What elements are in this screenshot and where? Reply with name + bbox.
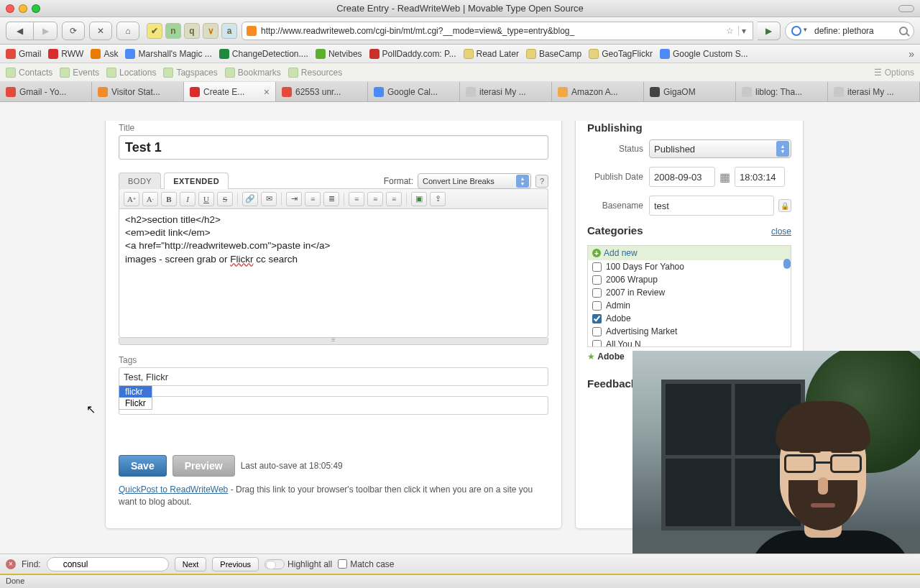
align-right-button[interactable]: ≡ — [386, 192, 402, 206]
tab-google-cal[interactable]: Google Cal... — [368, 82, 460, 101]
bold-button[interactable]: B — [161, 192, 177, 206]
category-row[interactable]: All You N — [588, 338, 791, 346]
attach-button[interactable]: ⇪ — [430, 192, 446, 206]
quickpost-link[interactable]: QuickPost to ReadWriteWeb — [119, 484, 228, 495]
categories-list[interactable]: 100 Days For Yahoo 2006 Wrapup 2007 in R… — [588, 260, 791, 346]
bookmark-readlater[interactable]: Read Later — [464, 49, 519, 59]
url-dropdown-icon[interactable]: ▾ — [738, 26, 748, 36]
bookmark-netvibes[interactable]: Netvibes — [316, 49, 362, 59]
bm2-events[interactable]: Events — [60, 68, 99, 78]
tab-gigaom[interactable]: GigaOM — [644, 82, 736, 101]
bm2-contacts[interactable]: Contacts — [6, 68, 52, 78]
body-editor[interactable]: <h2>section title</h2> <em>edit link</em… — [119, 208, 548, 338]
category-row[interactable]: Admin — [588, 299, 791, 312]
editor-resize-handle[interactable] — [119, 338, 548, 345]
ext-icon-4[interactable]: ∨ — [203, 23, 218, 39]
category-row[interactable]: 100 Days For Yahoo — [588, 260, 791, 273]
publish-date-input[interactable] — [649, 167, 715, 187]
category-row[interactable]: 2007 in Review — [588, 286, 791, 299]
close-tab-icon[interactable]: × — [264, 86, 270, 98]
ext-icon-5[interactable]: a — [221, 23, 237, 39]
suggest-item[interactable]: flickr — [119, 386, 152, 398]
bm2-resources[interactable]: Resources — [288, 68, 342, 78]
email-button[interactable]: ✉ — [261, 192, 277, 206]
bm2-tagspaces[interactable]: Tagspaces — [163, 68, 217, 78]
bookmarks-options[interactable]: ☰Options — [874, 68, 914, 78]
format-help-icon[interactable]: ? — [535, 175, 548, 188]
bookmark-geotagflickr[interactable]: GeoTagFlickr — [589, 49, 653, 59]
preview-button[interactable]: Preview — [172, 455, 235, 477]
category-row[interactable]: Adobe — [588, 312, 791, 325]
status-select[interactable]: Published▲▼ — [649, 139, 791, 158]
tab-amazon[interactable]: Amazon A... — [552, 82, 644, 101]
font-increase-icon[interactable]: A+ — [124, 192, 139, 206]
find-previous-button[interactable]: Previous — [212, 557, 259, 571]
bookmarks-overflow-icon[interactable]: » — [908, 48, 914, 60]
ext-icon-1[interactable]: ✔ — [147, 23, 162, 39]
italic-button[interactable]: I — [180, 192, 196, 206]
bookmark-ask[interactable]: Ask — [91, 49, 118, 59]
bookmark-googlecustom[interactable]: Google Custom S... — [660, 49, 748, 59]
tab-liblog[interactable]: liblog: Tha... — [736, 82, 828, 101]
home-button[interactable]: ⌂ — [116, 22, 139, 40]
align-center-button[interactable]: ≡ — [367, 192, 383, 206]
bookmark-gmail[interactable]: Gmail — [6, 49, 41, 59]
bookmark-changedetect[interactable]: ChangeDetection.... — [219, 49, 308, 59]
browser-search[interactable]: define: plethora — [785, 22, 914, 40]
save-button[interactable]: Save — [119, 455, 167, 477]
bm2-bookmarks[interactable]: Bookmarks — [225, 68, 281, 78]
categories-close-link[interactable]: close — [771, 226, 791, 236]
format-select[interactable]: Convert Line Breaks ▲▼ — [418, 173, 531, 189]
calendar-icon[interactable]: ▦ — [719, 170, 730, 184]
highlight-all-toggle[interactable]: Highlight all — [264, 559, 332, 569]
bm2-locations[interactable]: Locations — [106, 68, 156, 78]
bookmarks-bar: Gmail RWW Ask Marshall's Magic ... Chang… — [0, 45, 920, 63]
ext-icon-3[interactable]: q — [184, 23, 200, 39]
align-left-button[interactable]: ≡ — [349, 192, 364, 206]
tab-iterasi-1[interactable]: iterasi My ... — [460, 82, 552, 101]
bookmark-rww[interactable]: RWW — [48, 49, 83, 59]
indent-button[interactable]: ⇥ — [286, 192, 302, 206]
underline-button[interactable]: U — [198, 192, 214, 206]
category-row[interactable]: 2006 Wrapup — [588, 273, 791, 286]
tab-visitor-stats[interactable]: Visitor Stat... — [92, 82, 184, 101]
link-button[interactable]: 🔗 — [242, 192, 258, 206]
find-input[interactable] — [47, 557, 169, 571]
search-engine-icon[interactable] — [791, 26, 801, 36]
tab-body[interactable]: BODY — [119, 173, 161, 189]
basename-input[interactable] — [649, 196, 774, 216]
match-case-checkbox[interactable]: Match case — [338, 559, 394, 569]
tags-input[interactable] — [119, 367, 548, 386]
image-button[interactable]: ▣ — [411, 192, 427, 206]
unordered-list-button[interactable]: ≡ — [305, 192, 321, 206]
publish-time-input[interactable] — [735, 167, 785, 187]
find-close-icon[interactable]: × — [6, 559, 16, 569]
go-button[interactable]: ▶ — [758, 22, 781, 40]
keywords-input[interactable] — [119, 396, 548, 415]
ordered-list-button[interactable]: ≣ — [323, 192, 339, 206]
back-button[interactable]: ◀ — [6, 22, 33, 40]
basename-lock-icon[interactable]: 🔒 — [778, 199, 791, 212]
add-category-link[interactable]: +Add new — [588, 246, 791, 260]
address-bar[interactable]: http://www.readwriteweb.com/cgi-bin/mt/m… — [242, 22, 753, 40]
tab-extended[interactable]: EXTENDED — [164, 173, 229, 189]
bookmark-polldaddy[interactable]: PollDaddy.com: P... — [369, 49, 456, 59]
font-decrease-icon[interactable]: A- — [142, 192, 158, 206]
tab-gmail[interactable]: Gmail - Yo... — [0, 82, 92, 101]
bookmark-star-icon[interactable]: ☆ — [726, 26, 734, 36]
bookmark-marshall[interactable]: Marshall's Magic ... — [125, 49, 211, 59]
category-row[interactable]: Advertising Market — [588, 325, 791, 338]
title-input[interactable] — [119, 135, 548, 160]
find-next-button[interactable]: Next — [175, 557, 207, 571]
tab-62553[interactable]: 62553 unr... — [276, 82, 368, 101]
stop-button[interactable]: ✕ — [89, 22, 112, 40]
suggest-item[interactable]: Flickr — [119, 398, 152, 409]
forward-button[interactable]: ▶ — [33, 22, 58, 40]
strike-button[interactable]: S — [217, 192, 233, 206]
tab-iterasi-2[interactable]: iterasi My ... — [828, 82, 920, 101]
ext-icon-2[interactable]: n — [165, 23, 181, 39]
bookmark-basecamp[interactable]: BaseCamp — [526, 49, 581, 59]
reload-button[interactable]: ⟳ — [62, 22, 85, 40]
scrollbar-thumb[interactable] — [783, 259, 791, 269]
tab-create-entry[interactable]: Create E...× — [184, 82, 276, 101]
